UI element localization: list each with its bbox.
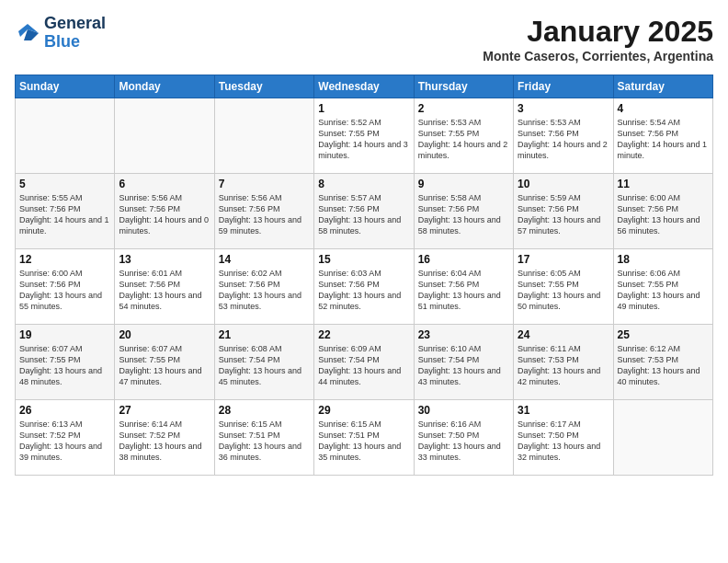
day-info: Sunrise: 6:12 AM Sunset: 7:53 PM Dayligh…	[618, 343, 709, 388]
day-info: Sunrise: 6:00 AM Sunset: 7:56 PM Dayligh…	[618, 192, 709, 237]
page-header: General Blue January 2025 Monte Caseros,…	[15, 15, 713, 63]
logo-text: General Blue	[44, 15, 106, 52]
day-info: Sunrise: 6:02 AM Sunset: 7:56 PM Dayligh…	[219, 268, 310, 313]
calendar-week-1: 1Sunrise: 5:52 AM Sunset: 7:55 PM Daylig…	[16, 98, 713, 174]
calendar-cell: 10Sunrise: 5:59 AM Sunset: 7:56 PM Dayli…	[514, 174, 613, 249]
day-header-sunday: Sunday	[16, 75, 115, 98]
calendar-cell: 7Sunrise: 5:56 AM Sunset: 7:56 PM Daylig…	[214, 174, 313, 249]
calendar-cell: 25Sunrise: 6:12 AM Sunset: 7:53 PM Dayli…	[613, 325, 712, 400]
calendar-cell: 11Sunrise: 6:00 AM Sunset: 7:56 PM Dayli…	[613, 174, 712, 249]
day-info: Sunrise: 6:15 AM Sunset: 7:51 PM Dayligh…	[219, 419, 310, 464]
day-info: Sunrise: 5:56 AM Sunset: 7:56 PM Dayligh…	[119, 192, 210, 237]
calendar-cell	[613, 400, 712, 476]
calendar-cell: 8Sunrise: 5:57 AM Sunset: 7:56 PM Daylig…	[314, 174, 414, 249]
day-number: 14	[219, 253, 310, 266]
calendar-cell: 15Sunrise: 6:03 AM Sunset: 7:56 PM Dayli…	[314, 249, 414, 325]
day-info: Sunrise: 6:06 AM Sunset: 7:55 PM Dayligh…	[618, 268, 709, 313]
day-info: Sunrise: 6:13 AM Sunset: 7:52 PM Dayligh…	[19, 419, 110, 464]
day-info: Sunrise: 5:57 AM Sunset: 7:56 PM Dayligh…	[318, 192, 409, 237]
calendar-week-2: 5Sunrise: 5:55 AM Sunset: 7:56 PM Daylig…	[16, 174, 713, 249]
calendar-cell: 2Sunrise: 5:53 AM Sunset: 7:55 PM Daylig…	[414, 98, 513, 174]
day-info: Sunrise: 6:09 AM Sunset: 7:54 PM Dayligh…	[318, 343, 409, 388]
calendar-cell	[115, 98, 214, 174]
calendar-table: SundayMondayTuesdayWednesdayThursdayFrid…	[15, 75, 713, 476]
calendar-cell: 28Sunrise: 6:15 AM Sunset: 7:51 PM Dayli…	[214, 400, 313, 476]
day-header-friday: Friday	[514, 75, 613, 98]
day-info: Sunrise: 5:54 AM Sunset: 7:56 PM Dayligh…	[618, 117, 709, 162]
day-number: 25	[618, 328, 709, 341]
day-number: 15	[318, 253, 409, 266]
day-number: 29	[318, 404, 409, 417]
day-info: Sunrise: 5:53 AM Sunset: 7:56 PM Dayligh…	[518, 117, 609, 162]
day-info: Sunrise: 6:17 AM Sunset: 7:50 PM Dayligh…	[518, 419, 609, 464]
calendar-cell: 27Sunrise: 6:14 AM Sunset: 7:52 PM Dayli…	[115, 400, 214, 476]
day-header-saturday: Saturday	[613, 75, 712, 98]
calendar-cell: 29Sunrise: 6:15 AM Sunset: 7:51 PM Dayli…	[314, 400, 414, 476]
day-number: 19	[19, 328, 110, 341]
day-number: 4	[618, 102, 709, 115]
calendar-cell: 3Sunrise: 5:53 AM Sunset: 7:56 PM Daylig…	[514, 98, 613, 174]
month-title: January 2025	[483, 15, 713, 49]
svg-marker-1	[24, 29, 39, 40]
day-info: Sunrise: 6:08 AM Sunset: 7:54 PM Dayligh…	[219, 343, 310, 388]
day-number: 20	[119, 328, 210, 341]
calendar-cell: 14Sunrise: 6:02 AM Sunset: 7:56 PM Dayli…	[214, 249, 313, 325]
calendar-cell: 23Sunrise: 6:10 AM Sunset: 7:54 PM Dayli…	[414, 325, 513, 400]
day-info: Sunrise: 6:10 AM Sunset: 7:54 PM Dayligh…	[418, 343, 509, 388]
day-info: Sunrise: 6:04 AM Sunset: 7:56 PM Dayligh…	[418, 268, 509, 313]
calendar-week-5: 26Sunrise: 6:13 AM Sunset: 7:52 PM Dayli…	[16, 400, 713, 476]
calendar-cell: 5Sunrise: 5:55 AM Sunset: 7:56 PM Daylig…	[16, 174, 115, 249]
day-number: 23	[418, 328, 509, 341]
day-number: 7	[219, 178, 310, 190]
calendar-cell: 16Sunrise: 6:04 AM Sunset: 7:56 PM Dayli…	[414, 249, 513, 325]
day-number: 5	[19, 178, 110, 190]
day-number: 22	[318, 328, 409, 341]
calendar-cell: 9Sunrise: 5:58 AM Sunset: 7:56 PM Daylig…	[414, 174, 513, 249]
location-subtitle: Monte Caseros, Corrientes, Argentina	[483, 49, 713, 63]
day-number: 8	[318, 178, 409, 190]
day-info: Sunrise: 5:53 AM Sunset: 7:55 PM Dayligh…	[418, 117, 509, 162]
day-number: 26	[19, 404, 110, 417]
day-number: 11	[618, 178, 709, 190]
calendar-week-4: 19Sunrise: 6:07 AM Sunset: 7:55 PM Dayli…	[16, 325, 713, 400]
day-info: Sunrise: 6:03 AM Sunset: 7:56 PM Dayligh…	[318, 268, 409, 313]
calendar-cell: 1Sunrise: 5:52 AM Sunset: 7:55 PM Daylig…	[314, 98, 414, 174]
day-number: 17	[518, 253, 609, 266]
calendar-cell: 20Sunrise: 6:07 AM Sunset: 7:55 PM Dayli…	[115, 325, 214, 400]
calendar-cell	[214, 98, 313, 174]
day-number: 21	[219, 328, 310, 341]
day-number: 9	[418, 178, 509, 190]
day-header-thursday: Thursday	[414, 75, 513, 98]
day-number: 12	[19, 253, 110, 266]
day-info: Sunrise: 6:07 AM Sunset: 7:55 PM Dayligh…	[119, 343, 210, 388]
day-number: 18	[618, 253, 709, 266]
logo-icon	[15, 20, 40, 46]
calendar-cell: 21Sunrise: 6:08 AM Sunset: 7:54 PM Dayli…	[214, 325, 313, 400]
calendar-cell	[16, 98, 115, 174]
day-info: Sunrise: 6:05 AM Sunset: 7:55 PM Dayligh…	[518, 268, 609, 313]
day-info: Sunrise: 6:15 AM Sunset: 7:51 PM Dayligh…	[318, 419, 409, 464]
day-number: 6	[119, 178, 210, 190]
day-number: 2	[418, 102, 509, 115]
calendar-cell: 26Sunrise: 6:13 AM Sunset: 7:52 PM Dayli…	[16, 400, 115, 476]
day-info: Sunrise: 5:58 AM Sunset: 7:56 PM Dayligh…	[418, 192, 509, 237]
day-header-wednesday: Wednesday	[314, 75, 414, 98]
calendar-cell: 31Sunrise: 6:17 AM Sunset: 7:50 PM Dayli…	[514, 400, 613, 476]
day-number: 3	[518, 102, 609, 115]
day-header-tuesday: Tuesday	[214, 75, 313, 98]
day-info: Sunrise: 6:00 AM Sunset: 7:56 PM Dayligh…	[19, 268, 110, 313]
calendar-cell: 24Sunrise: 6:11 AM Sunset: 7:53 PM Dayli…	[514, 325, 613, 400]
calendar-week-3: 12Sunrise: 6:00 AM Sunset: 7:56 PM Dayli…	[16, 249, 713, 325]
day-info: Sunrise: 6:14 AM Sunset: 7:52 PM Dayligh…	[119, 419, 210, 464]
day-info: Sunrise: 5:52 AM Sunset: 7:55 PM Dayligh…	[318, 117, 409, 162]
day-info: Sunrise: 6:16 AM Sunset: 7:50 PM Dayligh…	[418, 419, 509, 464]
title-block: January 2025 Monte Caseros, Corrientes, …	[483, 15, 713, 63]
day-number: 27	[119, 404, 210, 417]
day-info: Sunrise: 6:11 AM Sunset: 7:53 PM Dayligh…	[518, 343, 609, 388]
day-info: Sunrise: 5:55 AM Sunset: 7:56 PM Dayligh…	[19, 192, 110, 237]
day-number: 1	[318, 102, 409, 115]
day-number: 10	[518, 178, 609, 190]
logo: General Blue	[15, 15, 106, 52]
calendar-cell: 22Sunrise: 6:09 AM Sunset: 7:54 PM Dayli…	[314, 325, 414, 400]
day-number: 16	[418, 253, 509, 266]
